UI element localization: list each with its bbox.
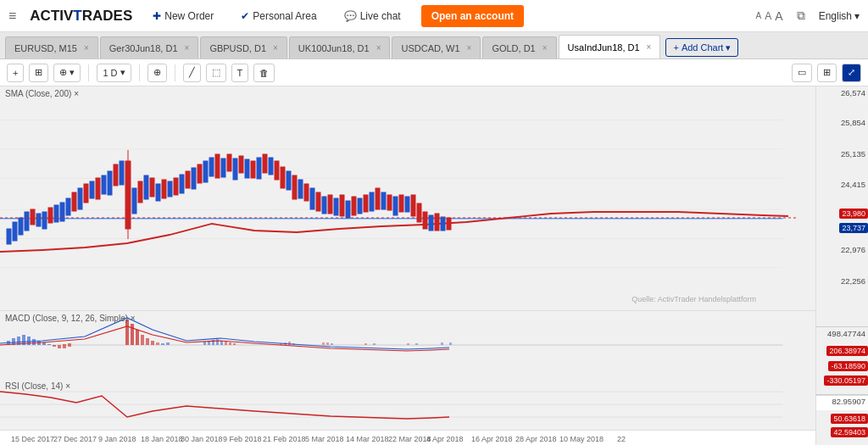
svg-rect-43 bbox=[215, 154, 220, 178]
svg-rect-44 bbox=[221, 159, 225, 177]
svg-text:18 Jan 2018: 18 Jan 2018 bbox=[141, 435, 183, 443]
svg-rect-34 bbox=[162, 180, 166, 198]
rsi-42: 42.59403 bbox=[831, 427, 868, 437]
tab-bar: EURUSD, M15 × Ger30Jun18, D1 × GBPUSD, D… bbox=[0, 32, 868, 59]
delete-all-btn[interactable]: 🗑 bbox=[253, 64, 275, 82]
svg-text:4 Apr 2018: 4 Apr 2018 bbox=[426, 435, 464, 443]
close-tab-uk100[interactable]: × bbox=[376, 43, 381, 53]
close-tab-usdcad[interactable]: × bbox=[467, 43, 472, 53]
tab-usdcad[interactable]: USDCAD, W1 × bbox=[392, 36, 481, 58]
full-screen-btn[interactable]: ⤢ bbox=[842, 64, 861, 82]
svg-rect-36 bbox=[174, 178, 178, 195]
add-indicator-btn[interactable]: + bbox=[7, 64, 24, 82]
font-large-btn[interactable]: A bbox=[775, 9, 782, 23]
svg-rect-15 bbox=[54, 205, 58, 222]
tab-usaind[interactable]: UsaIndJun18, D1 × bbox=[559, 35, 661, 58]
svg-rect-41 bbox=[203, 161, 208, 182]
rsi-82: 82.95907 bbox=[832, 397, 865, 406]
chevron-down-icon: ▾ bbox=[854, 10, 860, 22]
tab-gold[interactable]: GOLD, D1 × bbox=[482, 36, 556, 58]
macd-neg330: -330.05197 bbox=[824, 375, 868, 386]
tab-ger30[interactable]: Ger30Jun18, D1 × bbox=[100, 36, 199, 58]
shapes-btn[interactable]: ⬚ bbox=[206, 64, 226, 82]
svg-rect-66 bbox=[352, 197, 356, 215]
svg-rect-10 bbox=[25, 212, 29, 231]
svg-rect-9 bbox=[19, 218, 23, 235]
svg-rect-13 bbox=[42, 212, 47, 229]
svg-rect-113 bbox=[229, 342, 231, 345]
svg-rect-52 bbox=[269, 158, 273, 175]
main-price-chart[interactable]: SMA (Close, 200) × Quelle: ActivTrader H… bbox=[0, 86, 815, 311]
single-chart-btn[interactable]: ▭ bbox=[792, 64, 812, 82]
close-tab-gbpusd[interactable]: × bbox=[273, 43, 278, 53]
font-small-btn[interactable]: A bbox=[756, 11, 762, 20]
timeframe-btn[interactable]: 1 D ▾ bbox=[97, 64, 131, 82]
svg-rect-82 bbox=[447, 218, 451, 230]
hamburger-icon[interactable]: ≡ bbox=[8, 8, 16, 24]
svg-rect-12 bbox=[36, 214, 41, 226]
svg-rect-25 bbox=[114, 164, 118, 186]
open-account-button[interactable]: Open an account bbox=[421, 5, 524, 27]
close-tab-usaind[interactable]: × bbox=[647, 42, 652, 52]
svg-rect-42 bbox=[209, 158, 214, 176]
svg-rect-58 bbox=[304, 184, 309, 201]
svg-rect-69 bbox=[370, 192, 374, 211]
new-order-btn[interactable]: ✚ New Order bbox=[146, 7, 220, 25]
price-25854: 25,854 bbox=[841, 118, 865, 127]
tab-eurusd[interactable]: EURUSD, M15 × bbox=[5, 36, 98, 58]
add-chart-button[interactable]: + Add Chart ▾ bbox=[665, 38, 738, 57]
current-price-blue: 23,737 bbox=[839, 223, 868, 233]
fullscreen-icon: ⤢ bbox=[848, 67, 855, 78]
svg-rect-17 bbox=[66, 198, 70, 215]
svg-rect-45 bbox=[227, 154, 231, 171]
date-axis: 15 Dec 2017 27 Dec 2017 9 Jan 2018 18 Ja… bbox=[0, 430, 815, 445]
svg-rect-99 bbox=[131, 324, 134, 345]
svg-rect-101 bbox=[141, 335, 144, 345]
nav-bar: ≡ ACTIVTRADES ✚ New Order ✔ Personal Are… bbox=[0, 0, 868, 32]
rsi-50: 50.63618 bbox=[831, 414, 868, 424]
svg-rect-46 bbox=[233, 159, 237, 180]
svg-text:15 Dec 2017: 15 Dec 2017 bbox=[11, 435, 54, 443]
svg-rect-102 bbox=[146, 338, 149, 345]
svg-rect-67 bbox=[358, 198, 362, 214]
logo-text: ACTIVTRADES bbox=[30, 8, 132, 25]
svg-rect-35 bbox=[168, 181, 172, 197]
compare-btn[interactable]: ⊕ bbox=[147, 64, 167, 82]
svg-rect-8 bbox=[13, 222, 17, 241]
close-tab-eurusd[interactable]: × bbox=[84, 43, 89, 53]
text-btn[interactable]: T bbox=[231, 64, 249, 82]
svg-rect-11 bbox=[31, 209, 35, 225]
sma-label: SMA (Close, 200) × bbox=[5, 89, 79, 98]
svg-rect-123 bbox=[373, 343, 376, 345]
draw-lines-btn[interactable]: ╱ bbox=[183, 64, 201, 82]
svg-rect-120 bbox=[326, 342, 329, 345]
cursor-icon: ⊕ bbox=[59, 67, 67, 78]
font-medium-btn[interactable]: A bbox=[765, 10, 771, 22]
close-tab-gold[interactable]: × bbox=[542, 43, 548, 53]
tab-uk100[interactable]: UK100Jun18, D1 × bbox=[289, 36, 391, 58]
svg-rect-22 bbox=[96, 178, 100, 199]
svg-rect-30 bbox=[138, 181, 142, 203]
grid-btn[interactable]: ⊞ bbox=[29, 64, 48, 82]
svg-rect-121 bbox=[331, 343, 333, 345]
text-icon: T bbox=[237, 68, 243, 78]
svg-rect-107 bbox=[203, 342, 206, 345]
screen-icon[interactable]: ⧉ bbox=[797, 8, 805, 23]
svg-rect-47 bbox=[239, 156, 243, 173]
chat-icon: 💬 bbox=[344, 10, 357, 22]
cursor-btn[interactable]: ⊕ ▾ bbox=[53, 64, 81, 82]
live-chat-btn[interactable]: 💬 Live chat bbox=[337, 7, 408, 25]
macd-axis: 498.47744 206.38974 -63.18590 -330.05197 bbox=[815, 326, 868, 394]
svg-rect-56 bbox=[292, 175, 297, 199]
svg-rect-21 bbox=[90, 181, 94, 198]
svg-rect-33 bbox=[156, 184, 160, 201]
svg-rect-51 bbox=[263, 154, 267, 173]
multi-chart-btn[interactable]: ⊞ bbox=[817, 64, 837, 82]
language-selector[interactable]: English ▾ bbox=[819, 10, 860, 22]
tab-gbpusd[interactable]: GBPUSD, D1 × bbox=[200, 36, 287, 58]
svg-text:22 Mar 2018: 22 Mar 2018 bbox=[388, 435, 431, 443]
svg-rect-18 bbox=[72, 192, 76, 211]
personal-area-btn[interactable]: ✔ Personal Area bbox=[234, 7, 323, 25]
svg-text:16 Apr 2018: 16 Apr 2018 bbox=[471, 435, 513, 443]
close-tab-ger30[interactable]: × bbox=[185, 43, 190, 53]
